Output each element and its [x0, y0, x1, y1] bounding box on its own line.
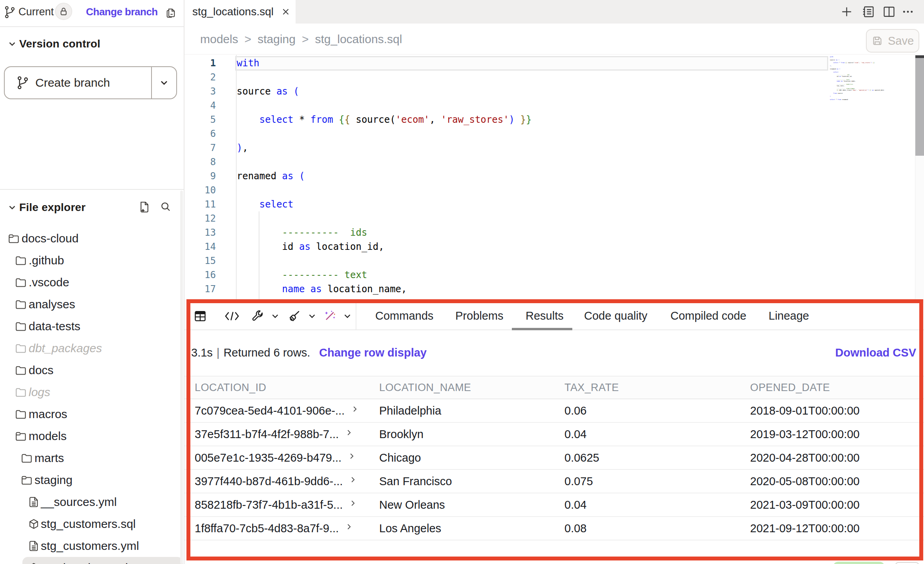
tree-item--github[interactable]: .github — [0, 249, 184, 271]
panel-tab-commands[interactable]: Commands — [375, 302, 433, 329]
tree-item--sources-yml[interactable]: __sources.yml — [0, 491, 184, 513]
expand-row-icon[interactable] — [347, 451, 356, 461]
chevron-down-icon — [7, 39, 17, 49]
cell-opened_date: 2019-03-12T00:00:00 — [740, 428, 924, 441]
cell-location_id: 005e7e1c-1935-4269-b479... — [184, 451, 369, 464]
folder-open-icon — [7, 232, 20, 245]
scrollbar-thumb[interactable] — [915, 58, 924, 156]
section-divider — [0, 189, 184, 190]
tab-stg-locations[interactable]: stg_locations.sql — [184, 0, 296, 24]
search-icon[interactable] — [160, 201, 172, 213]
tree-item-data-tests[interactable]: data-tests — [0, 315, 184, 337]
lock-icon — [59, 7, 68, 16]
cell-tax_rate: 0.0625 — [554, 451, 740, 464]
cell-location_name: Chicago — [369, 451, 554, 464]
file-explorer-section-header[interactable]: File explorer — [0, 195, 184, 220]
code-editor[interactable]: 1 2 3 4 5 6 7 8 9 10 11 12 13 14 15 16 1… — [184, 55, 924, 302]
tree-item-models[interactable]: models — [0, 425, 184, 447]
close-tab-icon[interactable] — [281, 7, 291, 17]
folder-icon — [15, 342, 27, 355]
tree-item-stg-locations-sql[interactable]: stg_locations.sql — [22, 557, 183, 564]
tree-item-macros[interactable]: macros — [0, 403, 184, 425]
create-branch-button[interactable]: Create branch — [4, 66, 177, 99]
expand-row-icon[interactable] — [344, 428, 354, 437]
panel-tab-problems[interactable]: Problems — [455, 302, 504, 329]
change-row-display-link[interactable]: Change row display — [319, 346, 427, 359]
build-tools-icon[interactable] — [250, 309, 280, 323]
expand-row-icon[interactable] — [344, 522, 354, 531]
cell-tax_rate: 0.04 — [554, 499, 740, 511]
create-branch-dropdown[interactable] — [151, 67, 176, 98]
panel-tab-compiled-code[interactable]: Compiled code — [670, 302, 746, 329]
split-editor-icon[interactable] — [880, 3, 898, 20]
line-number: 7 — [210, 142, 216, 153]
expand-row-icon[interactable] — [348, 499, 358, 508]
file-explorer-title: File explorer — [19, 201, 86, 214]
breadcrumb-item[interactable]: staging — [257, 33, 296, 45]
new-tab-icon[interactable] — [838, 3, 855, 20]
create-branch-main[interactable]: Create branch — [5, 67, 151, 98]
cell-value: 3977f440-b87d-461b-9dd6-... — [195, 475, 343, 488]
breadcrumb-item[interactable]: models — [200, 33, 238, 45]
chevron-down-icon — [7, 202, 17, 213]
panel-tab-lineage[interactable]: Lineage — [769, 302, 809, 329]
tree-item-label: marts — [35, 451, 64, 465]
column-header-location_name: LOCATION_NAME — [369, 382, 554, 394]
new-file-icon[interactable] — [139, 200, 150, 214]
code-view-icon[interactable] — [224, 309, 240, 323]
editor-scrollbar[interactable] — [915, 55, 924, 302]
tree-item-marts[interactable]: marts — [0, 447, 184, 469]
tree-item-docs-cloud[interactable]: docs-cloud — [0, 227, 184, 249]
cell-location_id: 3977f440-b87d-461b-9dd6-... — [184, 475, 369, 488]
cell-location_id: 7c079cea-5ed4-4101-906e-... — [184, 404, 369, 417]
panel-tab-code-quality[interactable]: Code quality — [584, 302, 647, 329]
download-csv-link[interactable]: Download CSV — [835, 346, 916, 359]
expand-row-icon[interactable] — [350, 404, 360, 414]
tree-item-analyses[interactable]: analyses — [0, 293, 184, 315]
tree-item-label: stg_customers.yml — [41, 539, 139, 553]
code-content[interactable]: with source as ( select * from {{ source… — [237, 56, 531, 296]
save-label: Save — [888, 35, 914, 47]
tree-item-label: __sources.yml — [41, 495, 117, 509]
partial-button[interactable] — [895, 562, 919, 564]
tree-item--vscode[interactable]: .vscode — [0, 271, 184, 293]
tree-item-staging[interactable]: staging — [0, 469, 184, 491]
changelog-icon[interactable] — [860, 3, 877, 20]
change-branch-link[interactable]: Change branch — [86, 6, 158, 18]
line-number: 4 — [210, 100, 216, 111]
table-view-icon[interactable] — [193, 309, 207, 323]
version-control-title: Version control — [19, 38, 100, 50]
expand-row-icon[interactable] — [348, 475, 358, 484]
panel-tab-results[interactable]: Results — [526, 302, 564, 329]
cell-opened_date: 2020-04-28T00:00:00 — [740, 451, 924, 464]
version-control-section-header[interactable]: Version control — [0, 31, 184, 56]
copy-icon[interactable] — [165, 6, 177, 18]
results-panel: Commands Problems Results Code quality C… — [184, 302, 924, 564]
folder-icon — [15, 298, 27, 311]
ai-assist-icon[interactable] — [323, 309, 352, 323]
folder-icon — [20, 452, 33, 464]
tree-item-stg-customers-sql[interactable]: stg_customers.sql — [0, 513, 184, 535]
tree-item-stg-customers-yml[interactable]: stg_customers.yml — [0, 535, 184, 557]
table-row: 3977f440-b87d-461b-9dd6-...San Francisco… — [184, 470, 924, 493]
create-branch-label: Create branch — [35, 76, 110, 89]
tree-item-label: dbt_packages — [29, 342, 102, 355]
table-row: 005e7e1c-1935-4269-b479...Chicago0.06252… — [184, 446, 924, 470]
git-branch-icon — [17, 76, 29, 90]
table-row: 37e5f311-b7f4-4f2f-988b-7...Brooklyn0.04… — [184, 423, 924, 446]
status-pill-partial — [833, 562, 885, 564]
tree-item-docs[interactable]: docs — [0, 359, 184, 381]
format-icon[interactable] — [287, 309, 317, 323]
line-number: 9 — [210, 171, 216, 182]
column-header-opened_date: OPENED_DATE — [740, 382, 924, 394]
save-button[interactable]: Save — [866, 29, 919, 53]
cell-location_name: New Orleans — [369, 499, 554, 511]
sidebar-scrollbar[interactable] — [180, 191, 183, 564]
breadcrumb-item[interactable]: stg_locations.sql — [315, 33, 402, 45]
folder-icon — [15, 254, 27, 267]
more-options-icon[interactable] — [899, 3, 917, 20]
minimap[interactable]: with source as ( select * from {{ source… — [830, 56, 924, 302]
status-separator: | — [217, 346, 220, 359]
tree-item-logs[interactable]: logs — [0, 381, 184, 403]
tree-item-dbt-packages[interactable]: dbt_packages — [0, 337, 184, 359]
